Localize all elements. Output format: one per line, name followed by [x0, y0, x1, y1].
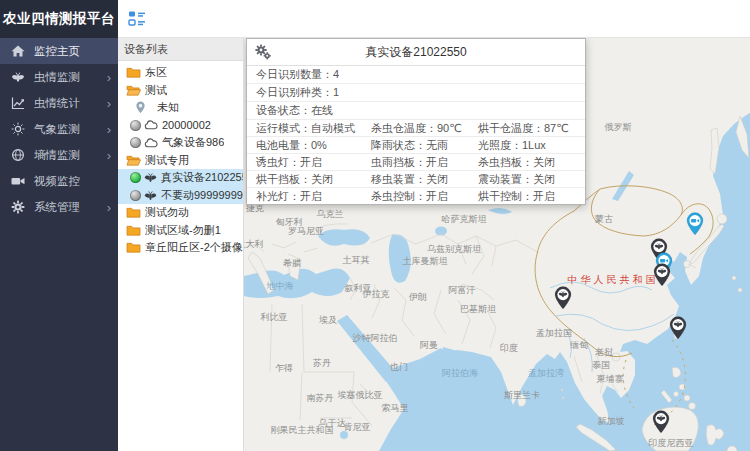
device-tree: 东区测试未知20000002气象设备986测试专用真实设备21022550不要动…: [118, 61, 243, 257]
sidebar-item-label: 虫情统计: [34, 96, 107, 111]
sidebar-item-insect-stats[interactable]: 虫情统计›: [0, 90, 118, 116]
popup-stat-row: 设备状态：在线: [247, 102, 585, 120]
sidebar: 农业四情测报平台 监控主页虫情监测›虫情统计›气象监测›墒情监测›视频监控系统管…: [0, 0, 118, 451]
tree-item[interactable]: 气象设备986: [118, 134, 243, 152]
chart-icon: [11, 96, 25, 110]
content-region: 设备列表 东区测试未知20000002气象设备986测试专用真实设备210225…: [118, 38, 750, 451]
tree-item[interactable]: 不要动99999999: [118, 187, 243, 205]
tree-item[interactable]: 20000002: [118, 117, 243, 135]
sidebar-item-insect-monitor[interactable]: 虫情监测›: [0, 64, 118, 90]
chevron-right-icon: ›: [107, 201, 111, 214]
tree-item[interactable]: 东区: [118, 64, 243, 82]
popup-stat-row: 今日识别数量：4: [247, 66, 585, 84]
tree-item-label: 章丘阳丘区-2个摄像头: [145, 240, 243, 255]
popup-grid-cell: 虫雨挡板：开启: [362, 154, 469, 170]
tree-item-label: 东区: [145, 65, 167, 80]
popup-title: 真实设备21022550: [247, 44, 585, 61]
sidebar-item-label: 虫情监测: [34, 70, 107, 85]
sidebar-item-system-admin[interactable]: 系统管理›: [0, 194, 118, 220]
sidebar-item-weather-monitor[interactable]: 气象监测›: [0, 116, 118, 142]
tree-item[interactable]: 章丘阳丘区-2个摄像头: [118, 239, 243, 257]
home-icon: [11, 44, 25, 58]
popup-stat-row: 今日识别种类：1: [247, 84, 585, 102]
tree-item[interactable]: 测试专用: [118, 152, 243, 170]
insect-icon: [144, 189, 157, 202]
popup-header: 真实设备21022550: [247, 39, 585, 66]
tree-toggle-icon[interactable]: [128, 10, 146, 27]
popup-grid-row: 诱虫灯：开启虫雨挡板：开启杀虫挡板：关闭: [247, 154, 585, 171]
cloud-icon: [144, 120, 158, 130]
sidebar-item-label: 视频监控: [34, 174, 111, 189]
tree-item[interactable]: 测试区域-勿删1: [118, 222, 243, 240]
insect-device-marker[interactable]: [554, 286, 573, 310]
chevron-right-icon: ›: [107, 123, 111, 136]
status-dot-gray: [130, 137, 141, 148]
sidebar-menu: 监控主页虫情监测›虫情统计›气象监测›墒情监测›视频监控系统管理›: [0, 38, 118, 220]
chevron-right-icon: ›: [107, 149, 111, 162]
popup-grid-cell: 移虫装置：关闭: [362, 171, 469, 187]
tree-item[interactable]: 测试勿动: [118, 204, 243, 222]
insect-device-marker[interactable]: [653, 263, 672, 287]
popup-grid-row: 运行模式：自动模式杀虫仓温度：90℃烘干仓温度：87℃: [247, 120, 585, 137]
tree-item-label: 20000002: [162, 119, 211, 131]
app-root: 农业四情测报平台 监控主页虫情监测›虫情统计›气象监测›墒情监测›视频监控系统管…: [0, 0, 750, 451]
status-dot-green: [130, 172, 141, 183]
popup-grid-row: 电池电量：0%降雨状态：无雨光照度：1Lux: [247, 137, 585, 154]
cloud-icon: [144, 138, 158, 148]
sidebar-item-label: 系统管理: [34, 200, 107, 215]
sidebar-item-video-monitor[interactable]: 视频监控: [0, 168, 118, 194]
folder-closed-icon: [126, 224, 141, 237]
insect-device-marker[interactable]: [669, 316, 688, 340]
tree-item-label: 测试专用: [145, 153, 189, 168]
sun-icon: [11, 122, 25, 136]
popup-grid-cell: 烘干控制：开启: [469, 188, 585, 204]
globe-icon: [11, 148, 25, 162]
popup-grid: 运行模式：自动模式杀虫仓温度：90℃烘干仓温度：87℃电池电量：0%降雨状态：无…: [247, 120, 585, 204]
popup-grid-cell: 杀虫仓温度：90℃: [362, 120, 469, 136]
tree-item-label: 不要动99999999: [161, 188, 243, 203]
tree-item[interactable]: 测试: [118, 82, 243, 100]
popup-grid-cell: 烘干挡板：关闭: [247, 171, 362, 187]
sidebar-item-label: 气象监测: [34, 122, 107, 137]
folder-open-icon: [126, 154, 141, 167]
popup-grid-cell: 降雨状态：无雨: [362, 137, 469, 153]
popup-grid-cell: 电池电量：0%: [247, 137, 362, 153]
popup-grid-cell: 震动装置：关闭: [469, 171, 585, 187]
sidebar-item-label: 监控主页: [34, 44, 111, 59]
main-region: 设备列表 东区测试未知20000002气象设备986测试专用真实设备210225…: [118, 0, 750, 451]
pin-icon: [135, 101, 146, 114]
popup-grid-cell: 烘干仓温度：87℃: [469, 120, 585, 136]
popup-stats: 今日识别数量：4今日识别种类：1设备状态：在线: [247, 66, 585, 120]
camera-icon: [11, 174, 25, 188]
status-dot-gray: [130, 190, 141, 201]
tree-item-label: 气象设备986: [162, 135, 224, 150]
gears-icon[interactable]: [255, 44, 271, 60]
sidebar-item-soil-monitor[interactable]: 墒情监测›: [0, 142, 118, 168]
popup-grid-cell: 运行模式：自动模式: [247, 120, 362, 136]
camera-device-marker[interactable]: [686, 212, 705, 236]
folder-closed-icon: [126, 66, 141, 79]
tree-item-label: 测试: [145, 83, 167, 98]
sidebar-item-home[interactable]: 监控主页: [0, 38, 118, 64]
device-info-popup: 真实设备21022550 今日识别数量：4今日识别种类：1设备状态：在线 运行模…: [246, 38, 586, 205]
insect-icon: [144, 171, 157, 184]
insect-device-marker[interactable]: [652, 410, 671, 434]
topbar: [118, 0, 750, 38]
map-area[interactable]: 俄罗斯哈萨克斯坦蒙古中华人民共和国乌克兰捷克匈牙利罗马尼亚意大利希腊土耳其地中海…: [244, 38, 750, 451]
chevron-right-icon: ›: [107, 97, 111, 110]
folder-closed-icon: [126, 241, 141, 254]
device-panel-title: 设备列表: [118, 38, 243, 61]
tree-item-label: 测试勿动: [145, 205, 189, 220]
status-dot-gray: [130, 120, 141, 131]
popup-grid-row: 补光灯：开启杀虫控制：开启烘干控制：开启: [247, 188, 585, 204]
tree-item[interactable]: 未知: [118, 99, 243, 117]
sidebar-item-label: 墒情监测: [34, 148, 107, 163]
popup-grid-cell: 杀虫挡板：关闭: [469, 154, 585, 170]
popup-grid-cell: 补光灯：开启: [247, 188, 362, 204]
app-title: 农业四情测报平台: [0, 0, 118, 38]
device-panel: 设备列表 东区测试未知20000002气象设备986测试专用真实设备210225…: [118, 38, 244, 451]
tree-item-label: 测试区域-勿删1: [145, 223, 221, 238]
tree-item[interactable]: 真实设备21022550: [118, 169, 243, 187]
tree-item-label: 未知: [157, 100, 179, 115]
popup-grid-cell: 诱虫灯：开启: [247, 154, 362, 170]
